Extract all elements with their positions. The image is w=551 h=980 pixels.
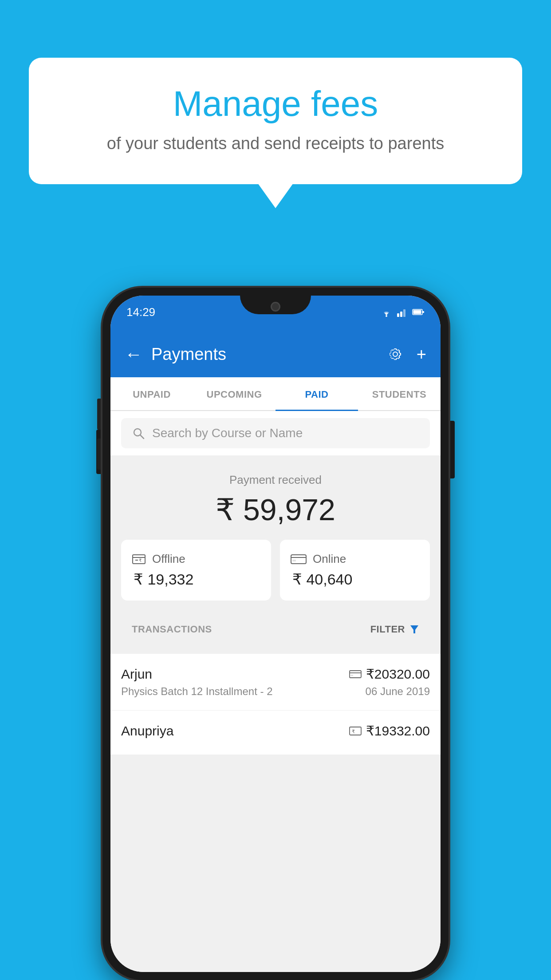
settings-icon[interactable]	[386, 345, 404, 363]
add-button[interactable]: +	[417, 345, 426, 364]
signal-icon	[397, 307, 408, 317]
online-icon	[291, 553, 307, 565]
phone-frame: 14:29	[102, 288, 449, 980]
tabs-bar: UNPAID UPCOMING PAID STUDENTS	[110, 377, 441, 411]
payment-type-icon	[349, 670, 362, 679]
bubble-title: Manage fees	[60, 84, 491, 123]
transactions-header: TRANSACTIONS FILTER	[121, 611, 430, 643]
app-bar: ← Payments +	[110, 331, 441, 377]
status-icons	[380, 307, 425, 317]
svg-rect-19	[350, 675, 353, 676]
svg-rect-17	[350, 671, 361, 678]
transaction-amount: ₹19332.00	[366, 723, 430, 739]
filter-button[interactable]: FILTER	[370, 624, 419, 635]
filter-icon	[409, 624, 419, 634]
svg-line-8	[140, 435, 144, 439]
svg-rect-3	[403, 309, 405, 317]
online-card: Online ₹ 40,640	[280, 540, 430, 601]
status-bar-area: 14:29	[110, 296, 441, 331]
offline-label: Offline	[152, 552, 185, 566]
transaction-amount-wrap: ₹ ₹19332.00	[349, 723, 430, 739]
transaction-course: Physics Batch 12 Installment - 2	[121, 685, 272, 698]
svg-rect-1	[397, 313, 399, 317]
payment-type-icon-offline: ₹	[349, 726, 362, 736]
payment-summary: Payment received ₹ 59,972	[110, 455, 441, 654]
payment-total-amount: ₹ 59,972	[121, 492, 430, 527]
status-time: 14:29	[126, 305, 155, 319]
transaction-date: 06 June 2019	[366, 685, 430, 698]
transaction-amount-wrap: ₹20320.00	[349, 666, 430, 682]
speech-bubble: Manage fees of your students and send re…	[29, 58, 522, 184]
tab-upcoming[interactable]: UPCOMING	[193, 377, 276, 410]
transaction-name: Anupriya	[121, 723, 173, 739]
battery-icon	[412, 308, 425, 316]
online-label: Online	[313, 552, 346, 566]
online-amount: ₹ 40,640	[291, 570, 352, 588]
offline-card: ₹ Offline ₹ 19,332	[121, 540, 271, 601]
search-placeholder[interactable]: Search by Course or Name	[152, 426, 303, 440]
back-button[interactable]: ←	[125, 344, 142, 364]
svg-rect-13	[291, 555, 306, 564]
wifi-icon	[380, 307, 393, 317]
svg-rect-6	[413, 310, 421, 314]
svg-text:₹: ₹	[139, 558, 142, 563]
page-title: Payments	[151, 345, 386, 364]
svg-marker-16	[410, 625, 418, 633]
svg-point-0	[386, 315, 387, 317]
bubble-subtitle: of your students and send receipts to pa…	[60, 134, 491, 153]
payment-label: Payment received	[121, 473, 430, 487]
svg-text:₹: ₹	[352, 729, 355, 734]
svg-rect-20	[350, 727, 361, 735]
search-box[interactable]: Search by Course or Name	[121, 418, 430, 448]
search-container: Search by Course or Name	[110, 411, 441, 455]
svg-rect-2	[400, 312, 402, 317]
offline-icon: ₹	[132, 553, 146, 565]
transaction-item[interactable]: Arjun ₹20320.00	[110, 654, 441, 711]
transaction-amount: ₹20320.00	[366, 666, 430, 682]
svg-rect-5	[422, 311, 424, 313]
search-icon	[132, 427, 145, 440]
offline-amount: ₹ 19,332	[132, 570, 193, 588]
transactions-label: TRANSACTIONS	[132, 624, 212, 635]
tab-students[interactable]: STUDENTS	[358, 377, 441, 410]
content-area: Search by Course or Name Payment receive…	[110, 411, 441, 972]
tab-unpaid[interactable]: UNPAID	[110, 377, 193, 410]
transactions-list: Arjun ₹20320.00	[110, 654, 441, 755]
tab-paid[interactable]: PAID	[276, 377, 358, 410]
transaction-item[interactable]: Anupriya ₹ ₹19332.00	[110, 711, 441, 755]
svg-rect-15	[292, 560, 296, 561]
transaction-name: Arjun	[121, 667, 152, 682]
payment-cards: ₹ Offline ₹ 19,332	[121, 540, 430, 611]
